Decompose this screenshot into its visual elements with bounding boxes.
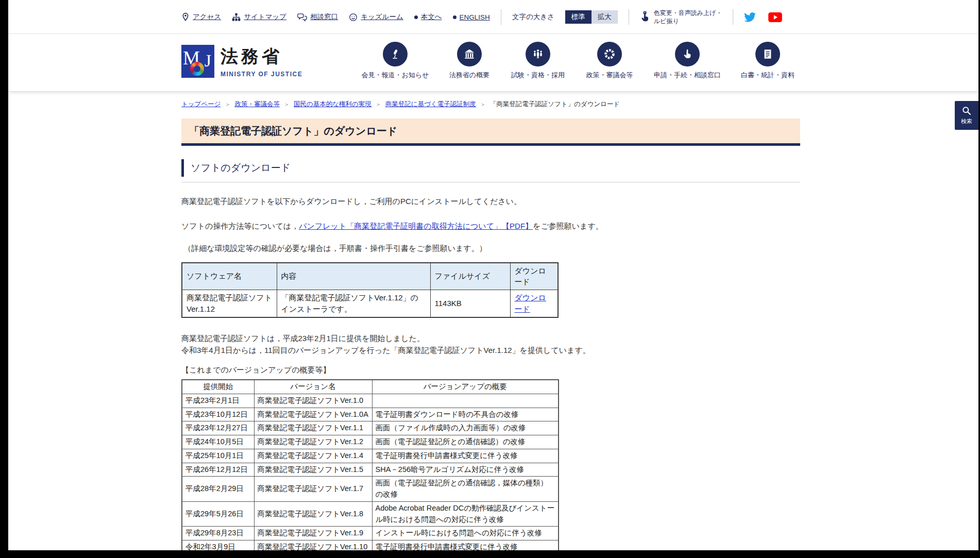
manual-paragraph: ソフトの操作方法等については，パンフレット「商業登記電子証明書の取得方法について…	[181, 220, 800, 232]
environment-note: （詳細な環境設定等の確認が必要な場合は，手順書・操作手引書をご参照願います。）	[181, 244, 800, 253]
utility-link-label: 本文へ	[421, 12, 442, 22]
breadcrumb-separator: ＞	[376, 100, 381, 108]
chat-icon	[297, 13, 307, 22]
software-name-cell: 商業登記電子認証ソフトVer.1.12	[182, 290, 277, 317]
intro-paragraph: 商業登記電子認証ソフトを以下からダウンロードし，ご利用のPCにインストールしてく…	[181, 195, 800, 207]
breadcrumb-link-policy[interactable]: 政策・審議会等	[234, 100, 280, 109]
search-button[interactable]: 検索	[955, 101, 978, 130]
moj-logo-mark-icon: M J	[181, 45, 214, 78]
column-header: ダウンロード	[510, 263, 558, 290]
column-header: 提供開始	[182, 380, 254, 394]
file-size-cell: 1143KB	[430, 290, 510, 317]
column-header: バージョンアップの概要	[372, 380, 559, 394]
breadcrumb-link-ecert-system[interactable]: 商業登記に基づく電子認証制度	[385, 100, 476, 109]
table-row: 平成29年8月23日商業登記電子認証ソフトVer.1.9インストール時における問…	[182, 527, 559, 540]
section-rule	[181, 182, 800, 182]
nav-item-exams[interactable]: 試験・資格・採用	[499, 42, 577, 80]
breadcrumb-link-top[interactable]: トップページ	[181, 100, 221, 109]
kids-face-icon	[349, 13, 358, 22]
nav-item-press[interactable]: 会見・報道・お知らせ	[357, 42, 434, 80]
accessibility-tools-link[interactable]: 色変更・音声読み上げ・ ルビ振り	[640, 9, 722, 25]
main-content: 「商業登記電子認証ソフト」のダウンロード ソフトのダウンロード 商業登記電子認証…	[181, 119, 800, 550]
utility-link-access[interactable]: アクセス	[181, 12, 221, 22]
divider	[629, 9, 629, 25]
breadcrumb-link-rights[interactable]: 国民の基本的な権利の実現	[294, 100, 371, 109]
twitter-icon[interactable]	[744, 12, 756, 22]
utility-link-label: アクセス	[193, 12, 221, 22]
breadcrumb-separator: ＞	[225, 100, 230, 108]
search-icon	[961, 106, 972, 116]
description-cell: 「商業登記電子認証ソフトVer.1.12」のインストーラです。	[277, 290, 430, 317]
table-row: 平成23年2月1日商業登記電子認証ソフトVer.1.0	[182, 394, 559, 408]
divider	[733, 9, 733, 25]
hand-icon	[675, 42, 700, 66]
bullet-icon	[414, 15, 418, 19]
table-row: 平成26年12月12日商業登記電子認証ソフトVer.1.5SHA－256暗号アル…	[182, 463, 559, 477]
accessibility-tools-label: 色変更・音声読み上げ・ ルビ振り	[654, 9, 722, 25]
font-size-standard-button[interactable]: 標準	[565, 10, 592, 24]
sdg-ring-icon	[190, 62, 204, 76]
hand-pointer-icon	[640, 11, 650, 23]
people-icon	[526, 42, 550, 66]
pamphlet-pdf-link[interactable]: パンフレット「商業登記電子証明書の取得方法について」【PDF】	[299, 222, 533, 230]
breadcrumb-separator: ＞	[284, 100, 290, 108]
utility-link-kids[interactable]: キッズルーム	[349, 12, 403, 22]
site-header: M J 法務省 MINISTRY OF JUSTICE 会見・報道・お知らせ 法…	[8, 35, 978, 92]
section-heading: ソフトのダウンロード	[181, 159, 800, 177]
utility-link-label: ENGLISH	[460, 13, 490, 21]
sitemap-icon	[232, 13, 241, 22]
utility-bar: アクセス サイトマップ 相談窓口 キッズルーム 本文へ ENGLISH	[8, 0, 978, 34]
building-icon	[457, 42, 482, 66]
site-title: 法務省	[221, 45, 302, 69]
table-row: 平成29年5月26日商業登記電子認証ソフトVer.1.8Adobe Acroba…	[182, 501, 559, 527]
history-caption: 【これまでのバージョンアップの概要等】	[181, 365, 800, 375]
youtube-icon[interactable]	[768, 12, 782, 22]
table-header-row: ソフトウェア名 内容 ファイルサイズ ダウンロード	[182, 263, 558, 290]
utility-link-english[interactable]: ENGLISH	[453, 13, 490, 21]
page-container: アクセス サイトマップ 相談窓口 キッズルーム 本文へ ENGLISH	[8, 0, 978, 550]
table-header-row: 提供開始 バージョン名 バージョンアップの概要	[182, 380, 559, 394]
page-title: 「商業登記電子認証ソフト」のダウンロード	[181, 119, 800, 146]
history-table: 提供開始 バージョン名 バージョンアップの概要 平成23年2月1日商業登記電子認…	[181, 379, 559, 550]
table-row: 平成25年10月1日商業登記電子認証ソフトVer.1.4電子証明書発行申請書様式…	[182, 449, 559, 463]
site-title-en: MINISTRY OF JUSTICE	[221, 71, 302, 78]
segmented-ring-icon	[597, 42, 622, 66]
download-table: ソフトウェア名 内容 ファイルサイズ ダウンロード 商業登記電子認証ソフトVer…	[181, 262, 559, 318]
utility-link-label: サイトマップ	[244, 12, 286, 22]
table-row: 平成23年12月27日商業登記電子認証ソフトVer.1.1画面（ファイル作成時の…	[182, 421, 559, 435]
history-intro: 商業登記電子認証ソフトは，平成23年2月1日に提供を開始しました。 令和3年4月…	[181, 332, 800, 357]
moj-logo[interactable]: M J 法務省 MINISTRY OF JUSTICE	[181, 45, 302, 78]
table-row: 商業登記電子認証ソフトVer.1.12 「商業登記電子認証ソフトVer.1.12…	[182, 290, 558, 317]
bullet-icon	[453, 15, 457, 19]
utility-link-consultation[interactable]: 相談窓口	[297, 12, 338, 22]
microphone-icon	[383, 42, 408, 66]
utility-link-label: 相談窓口	[310, 12, 338, 22]
column-header: ソフトウェア名	[182, 263, 277, 290]
column-header: 内容	[277, 263, 430, 290]
table-row: 平成23年10月12日商業登記電子認証ソフトVer.1.0A電子証明書ダウンロー…	[182, 408, 559, 421]
column-header: ファイルサイズ	[430, 263, 510, 290]
location-pin-icon	[181, 12, 190, 22]
font-size-large-button[interactable]: 拡大	[592, 10, 618, 24]
utility-link-main-content[interactable]: 本文へ	[414, 12, 442, 22]
nav-item-overview[interactable]: 法務省の概要	[431, 42, 508, 80]
download-link[interactable]: ダウンロード	[515, 293, 546, 313]
breadcrumb-current: 「商業登記電子認証ソフト」のダウンロード	[490, 100, 620, 109]
column-header: バージョン名	[254, 380, 372, 394]
breadcrumb: トップページ ＞ 政策・審議会等 ＞ 国民の基本的な権利の実現 ＞ 商業登記に基…	[181, 100, 620, 109]
nav-item-applications[interactable]: 申請・手続・相談窓口	[649, 42, 726, 80]
table-row: 平成24年10月5日商業登記電子認証ソフトVer.1.2画面（電子認証登記所との…	[182, 435, 559, 449]
utility-link-label: キッズルーム	[361, 12, 403, 22]
divider	[501, 9, 501, 25]
nav-item-policy[interactable]: 政策・審議会等	[571, 42, 648, 80]
utility-link-sitemap[interactable]: サイトマップ	[232, 12, 286, 22]
nav-item-statistics[interactable]: 白書・統計・資料	[729, 42, 806, 80]
font-size-label: 文字の大きさ	[512, 12, 554, 22]
table-row: 令和2年3月9日商業登記電子認証ソフトVer.1.10電子証明書発行申請書様式変…	[182, 540, 559, 551]
search-button-label: 検索	[961, 117, 972, 125]
document-icon	[755, 42, 780, 66]
breadcrumb-separator: ＞	[480, 100, 486, 108]
table-row: 平成28年2月29日商業登記電子認証ソフトVer.1.7画面（電子認証登記所との…	[182, 477, 559, 502]
